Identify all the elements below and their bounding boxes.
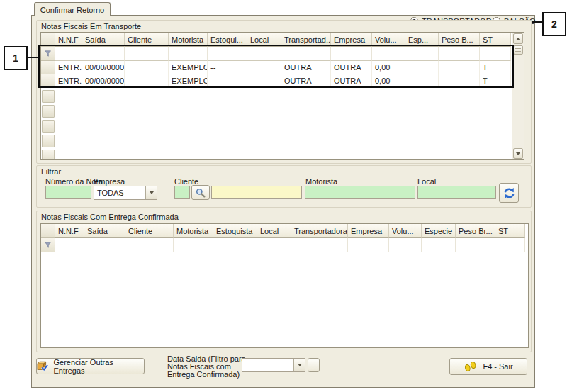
filter-cell-n-n-f[interactable] [55, 47, 82, 61]
gerenciar-button-label: Gerenciar Outras Entregas [53, 358, 144, 375]
column-header-empresa[interactable]: Empresa [348, 224, 389, 238]
refresh-icon [503, 186, 516, 200]
filter-cell-peso-br[interactable] [456, 238, 495, 252]
column-header-motorista[interactable]: Motorista [174, 224, 213, 238]
column-header-volu[interactable]: Volu... [389, 224, 422, 238]
grid-cell-estoqui: -- [208, 74, 247, 88]
empresa-selected-value: TODAS [94, 189, 145, 197]
scrollbar-thumb[interactable] [513, 45, 523, 55]
grid-confirmada-body: N.N.FSaídaClienteMotoristaEstoquistaLoca… [41, 224, 528, 347]
column-header-peso-br[interactable]: Peso Br... [456, 224, 495, 238]
column-header-estoqui[interactable]: Estoqui... [208, 33, 247, 47]
filter-cell-local[interactable] [247, 47, 281, 61]
grid-cell-n-n-f: ENTR... [55, 61, 82, 74]
scrollbar-up-button[interactable] [513, 33, 523, 44]
motorista-input[interactable] [305, 186, 415, 199]
local-input[interactable] [417, 186, 496, 199]
arrow-down-icon [516, 152, 520, 155]
column-header-cliente[interactable]: Cliente [125, 33, 169, 47]
filter-cell-especie[interactable] [422, 238, 456, 252]
filter-cell-empresa[interactable] [348, 238, 389, 252]
grid-header-row: N.N.FSaídaClienteMotoristaEstoqui...Loca… [41, 33, 512, 47]
filter-cell-transportad[interactable] [281, 47, 331, 61]
gerenciar-outras-entregas-button[interactable]: Gerenciar Outras Entregas [36, 358, 145, 374]
filter-cell-empresa[interactable] [331, 47, 372, 61]
column-header-empresa[interactable]: Empresa [331, 33, 372, 47]
grid-cell-empresa: OUTRA [331, 74, 372, 88]
empresa-dropdown-button[interactable] [145, 186, 157, 199]
group-confirmada-title: Notas Fiscais Com Entrega Confirmada [41, 213, 179, 221]
scrollbar-down-button[interactable] [513, 148, 523, 159]
column-header-local[interactable]: Local [257, 224, 291, 238]
column-header-local[interactable]: Local [247, 33, 281, 47]
grid-cell-empresa: OUTRA [331, 61, 372, 74]
empresa-select[interactable]: TODAS [94, 186, 157, 200]
cliente-search-button[interactable] [191, 185, 210, 200]
numero-da-nota-input[interactable] [45, 186, 91, 199]
grid-cell-volu: 0,00 [372, 61, 405, 74]
grid-cell-volu: 0,00 [372, 74, 405, 88]
callout-1-number: 1 [13, 52, 18, 64]
grid-cell-local [247, 74, 281, 88]
filter-cell-sa-da[interactable] [84, 238, 125, 252]
grid-data-row-2[interactable]: ENTR...00/00/0000EXEMPLO--OUTRAOUTRA0,00… [41, 74, 512, 88]
filter-cell-estoquista[interactable] [213, 238, 257, 252]
column-header-transportad[interactable]: Transportad... [281, 33, 331, 47]
filter-cell-volu[interactable] [372, 47, 405, 61]
column-header-n-n-f[interactable]: N.N.F [55, 224, 84, 238]
filter-cell-sa-da[interactable] [82, 47, 125, 61]
refresh-button[interactable] [499, 183, 519, 203]
f4-sair-button[interactable]: F4 - Sair [449, 358, 527, 375]
column-header-n-n-f[interactable]: N.N.F [55, 33, 82, 47]
grid-cell-estoqui: -- [208, 61, 247, 74]
column-header-volu[interactable]: Volu... [372, 33, 405, 47]
filter-cell-peso-b[interactable] [439, 47, 480, 61]
footprints-icon [464, 361, 478, 372]
column-header-esp[interactable]: Esp... [405, 33, 439, 47]
column-header-peso-b[interactable]: Peso B... [439, 33, 480, 47]
grid-cell-sa-da: 00/00/0000 [82, 74, 125, 88]
filter-cell-st[interactable] [480, 47, 511, 61]
group-filtrar-title: Filtrar [41, 167, 61, 176]
data-saida-clear-button[interactable]: - [308, 358, 320, 372]
filter-cell-volu[interactable] [389, 238, 422, 252]
grid-cell-motorista: EXEMPLO [169, 61, 208, 74]
row-indicator [41, 61, 55, 74]
column-header-st[interactable]: ST [495, 224, 525, 238]
tab-confirmar-retorno[interactable]: Confirmar Retorno [34, 2, 111, 16]
column-header-estoquista[interactable]: Estoquista [213, 224, 257, 238]
filter-cell-cliente[interactable] [125, 47, 169, 61]
cliente-name-input[interactable] [211, 186, 302, 199]
filter-cell-esp[interactable] [405, 47, 439, 61]
filter-cell-st[interactable] [495, 238, 525, 252]
column-header-sa-da[interactable]: Saída [84, 224, 125, 238]
filter-cell-transportadora[interactable] [291, 238, 348, 252]
grid-cell-transportad: OUTRA [281, 61, 331, 74]
column-header-motorista[interactable]: Motorista [169, 33, 208, 47]
data-saida-select[interactable] [242, 358, 305, 372]
data-saida-dropdown-button[interactable] [293, 359, 305, 371]
filter-cell-local[interactable] [257, 238, 291, 252]
column-header-st[interactable]: ST [480, 33, 511, 47]
vertical-scrollbar[interactable] [512, 33, 524, 159]
grid-cell-st: T [480, 74, 511, 88]
grid-data-row-1[interactable]: ENTR...00/00/0000EXEMPLO--OUTRAOUTRA0,00… [41, 61, 512, 74]
column-header-sa-da[interactable]: Saída [82, 33, 125, 47]
filter-cell-motorista[interactable] [174, 238, 213, 252]
filter-cell-n-n-f[interactable] [55, 238, 84, 252]
cliente-code-input[interactable] [174, 186, 190, 199]
column-header-transportadora[interactable]: Transportadora [291, 224, 348, 238]
empty-row-indicator [42, 135, 55, 147]
filter-cell-motorista[interactable] [169, 47, 208, 61]
grid-filter-row [41, 47, 512, 61]
filter-cell-estoqui[interactable] [208, 47, 247, 61]
row-indicator-header [41, 33, 55, 47]
filter-cell-cliente[interactable] [125, 238, 174, 252]
row-indicator [41, 74, 55, 88]
grid-cell-cliente [125, 61, 169, 74]
column-header-cliente[interactable]: Cliente [125, 224, 174, 238]
package-check-icon [37, 361, 48, 372]
column-header-especie[interactable]: Especie [422, 224, 456, 238]
grid-filter-row [41, 238, 528, 252]
grid-header-row: N.N.FSaídaClienteMotoristaEstoquistaLoca… [41, 224, 528, 238]
